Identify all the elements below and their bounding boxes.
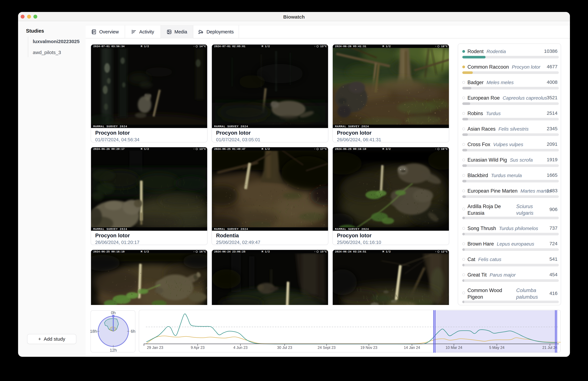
svg-text:9 Apr 23: 9 Apr 23 [191, 345, 205, 350]
svg-text:M 1/2: M 1/2 [141, 148, 149, 151]
svg-text:MAMMAL SURVEY 2024: MAMMAL SURVEY 2024 [93, 228, 127, 231]
svg-text:10 Mar 24: 10 Mar 24 [445, 345, 462, 350]
svg-text:MAMMAL SURVEY 2024: MAMMAL SURVEY 2024 [93, 125, 127, 128]
svg-text:M 2/2: M 2/2 [382, 148, 391, 151]
svg-text:18°C: 18°C [441, 45, 448, 48]
svg-text:17°C: 17°C [320, 148, 327, 151]
svg-text:2024-06-25 00:16:10: 2024-06-25 00:16:10 [93, 250, 125, 253]
svg-text:2024-06-24 03:24:51: 2024-06-24 03:24:51 [335, 250, 366, 253]
svg-text:2024-07-01 02:05:01: 2024-07-01 02:05:01 [214, 45, 245, 48]
svg-text:0h: 0h [111, 310, 116, 315]
svg-text:M 1/2: M 1/2 [262, 250, 270, 253]
svg-text:14°C: 14°C [199, 45, 206, 48]
svg-text:6h: 6h [131, 329, 135, 334]
svg-text:MAMMAL SURVEY 2024: MAMMAL SURVEY 2024 [214, 228, 248, 231]
svg-text:2024-06-26 00:20:17: 2024-06-26 00:20:17 [93, 148, 125, 151]
svg-text:MAMMAL SURVEY 2024: MAMMAL SURVEY 2024 [335, 125, 369, 128]
svg-text:2024-06-26 05:41:31: 2024-06-26 05:41:31 [335, 45, 366, 48]
svg-text:18h: 18h [90, 329, 97, 334]
svg-text:30 Jul 23: 30 Jul 23 [277, 345, 292, 350]
svg-text:24 Sept 23: 24 Sept 23 [317, 345, 336, 350]
svg-text:4 Jun 23: 4 Jun 23 [233, 345, 248, 350]
svg-text:16°C: 16°C [199, 250, 206, 253]
svg-text:MAMMAL SURVEY 2024: MAMMAL SURVEY 2024 [214, 125, 248, 128]
svg-text:14 Jan 24: 14 Jan 24 [404, 345, 420, 350]
svg-text:M 1/2: M 1/2 [262, 148, 270, 151]
svg-text:16°C: 16°C [441, 148, 448, 151]
svg-text:5 May 24: 5 May 24 [489, 345, 504, 350]
svg-text:29 Jan 23: 29 Jan 23 [147, 345, 163, 350]
svg-text:MAMMAL SURVEY 2024: MAMMAL SURVEY 2024 [335, 228, 369, 231]
svg-text:2024-06-25 01:49:47: 2024-06-25 01:49:47 [214, 148, 245, 151]
svg-text:13°C: 13°C [199, 148, 206, 151]
svg-text:12°C: 12°C [441, 250, 448, 253]
svg-text:12h: 12h [110, 348, 117, 353]
svg-text:M 1/2: M 1/2 [382, 250, 391, 253]
svg-text:2024-06-24 23:06:25: 2024-06-24 23:06:25 [214, 250, 245, 253]
svg-text:19 Nov 23: 19 Nov 23 [360, 345, 378, 350]
svg-text:2024-07-01 03:56:34: 2024-07-01 03:56:34 [93, 45, 125, 48]
svg-text:M 1/2: M 1/2 [141, 250, 149, 253]
svg-text:2024-06-25 00:16:10: 2024-06-25 00:16:10 [335, 148, 366, 151]
svg-text:M 1/2: M 1/2 [262, 45, 270, 48]
svg-text:M 1/2: M 1/2 [141, 45, 149, 48]
svg-text:M 1/2: M 1/2 [382, 45, 391, 48]
svg-text:15°C: 15°C [320, 250, 327, 253]
svg-text:13°C: 13°C [320, 45, 327, 48]
